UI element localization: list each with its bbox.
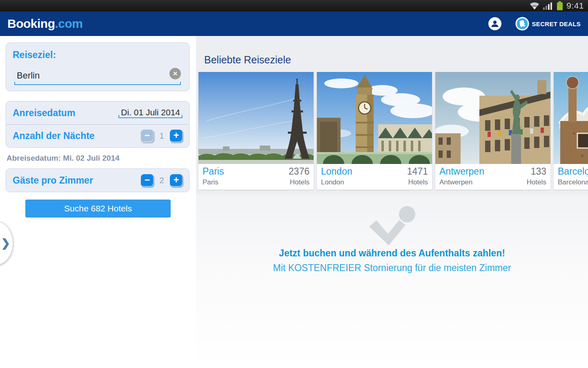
guests-plus-button[interactable]: + xyxy=(170,174,183,187)
destination-footer: Barcelona Barcelona xyxy=(554,164,588,190)
destination-label: Reiseziel: xyxy=(13,49,183,61)
city-link[interactable]: Paris xyxy=(203,166,224,177)
secret-deals-button[interactable]: SECRET DEALS xyxy=(515,17,581,31)
destination-input[interactable] xyxy=(14,70,181,84)
status-bar: 9:41 xyxy=(0,0,588,11)
checkmark-icon xyxy=(368,205,416,246)
paris-photo xyxy=(198,72,314,164)
booking-logo: Booking.com xyxy=(7,17,83,31)
destination-card: Reiseziel: ✕ xyxy=(6,43,189,91)
nights-minus-button[interactable]: − xyxy=(141,130,154,142)
main-content: Beliebte Reiseziele xyxy=(196,36,588,368)
destination-card-paris[interactable]: Paris Paris 2376 Hotels xyxy=(198,72,314,190)
nights-stepper: − 1 + xyxy=(141,130,183,142)
guests-card: Gäste pro Zimmer − 2 + xyxy=(6,168,189,192)
secret-deals-icon xyxy=(515,17,529,31)
dates-card: Anreisedatum Di. 01 Juli 2014 Anzahl der… xyxy=(6,101,189,148)
clock: 9:41 xyxy=(566,1,584,11)
wifi-icon xyxy=(530,2,539,10)
battery-icon xyxy=(557,1,563,10)
hotel-count: 1471 xyxy=(407,166,428,177)
person-icon xyxy=(490,19,499,28)
hotel-count: 133 xyxy=(527,166,546,177)
section-title: Beliebte Reiseziele xyxy=(204,54,588,66)
city-subtitle: London xyxy=(321,178,352,186)
destination-card-barcelona[interactable]: Barcelona Barcelona xyxy=(554,72,588,190)
destination-footer: Paris Paris 2376 Hotels xyxy=(198,164,314,190)
city-link[interactable]: Antwerpen xyxy=(439,166,484,177)
input-underline xyxy=(14,84,181,85)
nights-plus-button[interactable]: + xyxy=(170,130,183,142)
secret-deals-label: SECRET DEALS xyxy=(532,20,581,27)
popular-destinations-section: Beliebte Reiseziele xyxy=(196,36,588,195)
guests-stepper: − 2 + xyxy=(141,174,183,187)
date-underline xyxy=(118,117,183,118)
hotel-unit: Hotels xyxy=(527,178,546,186)
app-header: Booking.com SECRET DEALS xyxy=(0,11,588,36)
checkout-date-text: Abreisedatum: Mi. 02 Juli 2014 xyxy=(7,154,196,163)
guests-minus-button[interactable]: − xyxy=(141,174,154,187)
hotel-count: 2376 xyxy=(289,166,310,177)
london-photo xyxy=(317,72,432,164)
destination-footer: Antwerpen Antwerpen 133 Hotels xyxy=(435,164,550,190)
antwerpen-photo xyxy=(435,72,550,164)
city-subtitle: Antwerpen xyxy=(439,178,484,186)
search-panel: Reiseziel: ✕ Anreisedatum Di. 01 Juli 20… xyxy=(0,36,196,368)
nights-value: 1 xyxy=(157,131,166,141)
clear-destination-icon[interactable]: ✕ xyxy=(169,68,181,79)
search-hotels-button[interactable]: Suche 682 Hotels xyxy=(25,200,171,218)
guests-value: 2 xyxy=(157,176,166,185)
guests-label: Gäste pro Zimmer xyxy=(13,175,93,186)
destination-card-london[interactable]: London London 1471 Hotels xyxy=(317,72,432,190)
promo-section: Jetzt buchen und während des Aufenthalts… xyxy=(196,195,588,368)
promo-subline: Mit KOSTENFREIER Stornierung für die mei… xyxy=(196,263,588,274)
logo-text-primary: Booking xyxy=(7,17,55,30)
destination-footer: London London 1471 Hotels xyxy=(317,164,432,190)
hotel-unit: Hotels xyxy=(407,178,428,186)
city-link[interactable]: Barcelona xyxy=(558,166,588,177)
hotel-unit: Hotels xyxy=(289,178,310,186)
logo-text-suffix: .com xyxy=(55,17,83,30)
chevron-right-icon: ❯ xyxy=(1,237,10,250)
checkin-label: Anreisedatum xyxy=(13,108,75,119)
promo-headline: Jetzt buchen und während des Aufenthalts… xyxy=(196,248,588,259)
city-subtitle: Paris xyxy=(203,178,224,186)
city-link[interactable]: London xyxy=(321,166,352,177)
checkin-date-field[interactable]: Di. 01 Juli 2014 xyxy=(118,108,183,118)
destination-card-antwerpen[interactable]: Antwerpen Antwerpen 133 Hotels xyxy=(435,72,550,190)
drawer-collapse-handle[interactable]: ❯ xyxy=(0,222,13,265)
profile-button[interactable] xyxy=(488,17,501,30)
nights-label: Anzahl der Nächte xyxy=(13,130,95,141)
destination-cards-row: Paris Paris 2376 Hotels xyxy=(197,72,588,190)
city-subtitle: Barcelona xyxy=(558,178,588,186)
barcelona-photo xyxy=(554,72,588,164)
signal-strength-icon xyxy=(543,2,553,10)
